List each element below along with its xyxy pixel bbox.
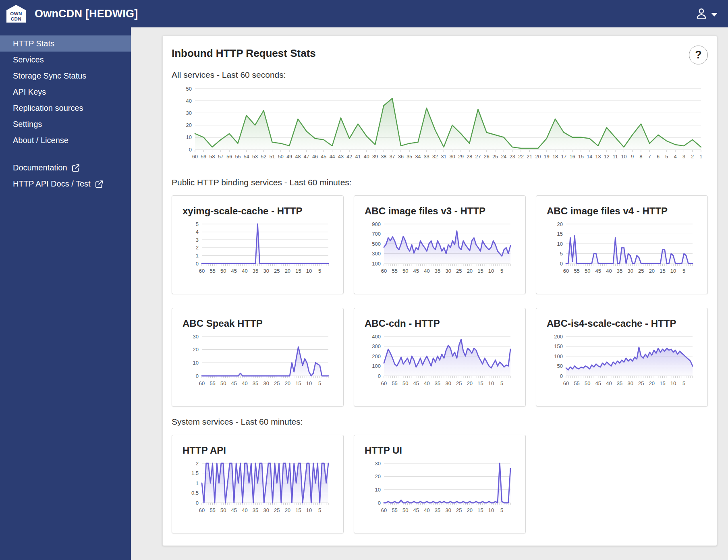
svg-text:12: 12 [604,154,610,160]
svg-text:10: 10 [193,360,199,366]
svg-text:53: 53 [252,154,258,160]
svg-text:30: 30 [193,334,199,340]
svg-text:10: 10 [621,154,626,160]
card-title: ABC-cdn - HTTP [365,318,516,329]
svg-text:54: 54 [244,154,249,160]
external-link-icon [95,180,103,188]
app-header: OWN CDN OwnCDN [HEDWIG] [0,0,728,27]
sidebar-item-settings[interactable]: Settings [0,116,131,132]
svg-text:10: 10 [488,380,494,386]
svg-text:50: 50 [557,363,563,369]
svg-text:35: 35 [407,154,412,160]
svg-text:15: 15 [660,268,665,274]
svg-text:30: 30 [627,380,633,386]
svg-text:25: 25 [274,507,280,513]
sidebar-link-label: Documentation [13,163,67,172]
svg-text:15: 15 [295,507,301,513]
svg-text:18: 18 [552,154,558,160]
svg-text:50: 50 [278,154,284,160]
svg-text:8: 8 [640,154,643,160]
svg-text:0: 0 [196,373,199,379]
svg-text:49: 49 [286,154,292,160]
svg-text:4: 4 [674,154,677,160]
svg-text:30: 30 [627,268,633,274]
svg-text:15: 15 [557,231,563,237]
sidebar-item-api-keys[interactable]: API Keys [0,84,131,100]
app-title: OwnCDN [HEDWIG] [35,8,695,20]
svg-text:55: 55 [574,268,579,274]
chart-card-http-api: HTTP API 00.511.526055504540353025201510… [172,435,344,533]
svg-text:59: 59 [201,154,206,160]
http-stats-panel: Inbound HTTP Request Stats ? All service… [162,35,717,546]
svg-text:60: 60 [199,380,205,386]
svg-text:58: 58 [209,154,215,160]
sidebar-item-http-stats[interactable]: HTTP Stats [0,35,131,52]
service-chart: 010203060555045403530252015105 [365,460,516,523]
chart-card-abc-image-files-v3: ABC image files v3 - HTTP 10030050070090… [354,195,526,294]
sidebar-item-about-license[interactable]: About / License [0,132,131,148]
svg-text:28: 28 [467,154,472,160]
all-services-section-label: All services - Last 60 seconds: [172,70,708,80]
sidebar-link-http-api-docs-test[interactable]: HTTP API Docs / Test [0,176,131,192]
svg-text:30: 30 [445,268,451,274]
svg-text:300: 300 [372,251,381,257]
user-menu-button[interactable] [695,7,718,21]
svg-text:41: 41 [355,154,361,160]
sidebar-item-storage-sync-status[interactable]: Storage Sync Status [0,68,131,84]
svg-text:5: 5 [196,221,199,227]
svg-text:40: 40 [606,268,612,274]
svg-text:45: 45 [413,268,419,274]
svg-text:35: 35 [435,268,440,274]
svg-text:20: 20 [186,122,192,128]
svg-text:46: 46 [312,154,318,160]
svg-text:30: 30 [375,460,381,467]
sidebar-link-documentation[interactable]: Documentation [0,160,131,176]
svg-text:300: 300 [372,343,381,349]
svg-text:37: 37 [390,154,395,160]
external-link-icon [72,164,80,172]
svg-text:50: 50 [402,380,408,386]
public-services-grid: xyimg-scale-cache - HTTP 012345605550454… [172,195,708,407]
svg-text:400: 400 [372,334,381,340]
svg-text:25: 25 [274,380,280,386]
svg-text:30: 30 [450,154,455,160]
svg-text:200: 200 [372,353,381,359]
svg-text:43: 43 [338,154,344,160]
svg-text:30: 30 [445,507,451,513]
svg-text:55: 55 [392,507,397,513]
help-button[interactable]: ? [689,46,708,64]
service-chart: 01234560555045403530252015105 [183,221,334,284]
svg-text:20: 20 [285,380,290,386]
chevron-down-icon [711,13,718,17]
svg-text:10: 10 [488,507,494,513]
svg-text:3: 3 [196,237,199,243]
svg-text:500: 500 [372,241,381,247]
page-title: Inbound HTTP Request Stats [172,47,708,60]
svg-text:60: 60 [381,507,387,513]
svg-text:20: 20 [193,346,199,353]
svg-text:4: 4 [196,229,199,235]
svg-text:60: 60 [199,268,205,274]
svg-text:10: 10 [670,268,676,274]
svg-text:55: 55 [392,380,397,386]
chart-card-abc-cdn: ABC-cdn - HTTP 0100200300400605550454035… [354,308,526,407]
svg-text:15: 15 [660,380,665,386]
card-title: HTTP API [183,445,334,456]
svg-text:52: 52 [261,154,266,160]
svg-text:1: 1 [196,253,199,259]
svg-text:35: 35 [617,268,622,274]
svg-text:7: 7 [648,154,651,160]
svg-text:40: 40 [186,98,192,104]
sidebar-item-services[interactable]: Services [0,52,131,68]
svg-text:30: 30 [263,380,269,386]
svg-text:10: 10 [375,487,381,493]
svg-text:10: 10 [306,268,312,274]
svg-text:5: 5 [665,154,668,160]
app-root: OWN CDN OwnCDN [HEDWIG] HTTP Stats Servi… [0,0,728,560]
svg-text:16: 16 [570,154,575,160]
svg-text:35: 35 [253,268,258,274]
svg-text:25: 25 [638,268,644,274]
public-services-section-label: Public HTTP binding services - Last 60 m… [172,178,708,187]
svg-text:10: 10 [557,241,563,247]
sidebar-item-replication-sources[interactable]: Replication sources [0,100,131,116]
